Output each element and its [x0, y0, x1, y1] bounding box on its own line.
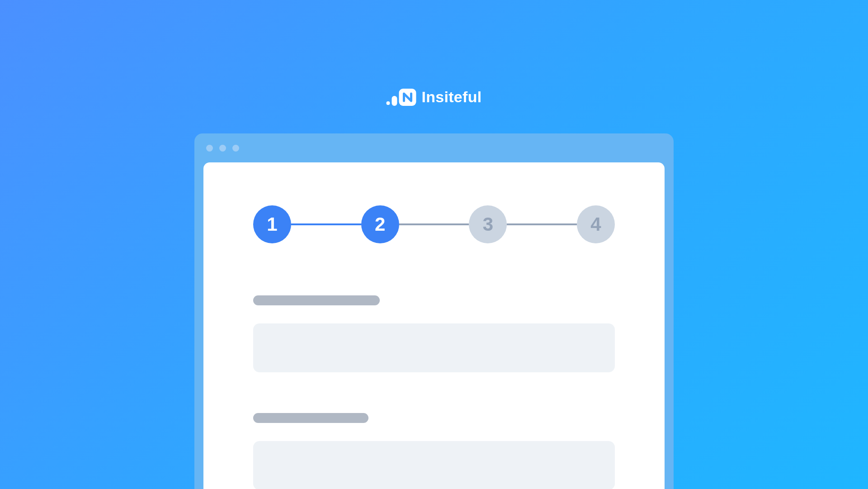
field-label-placeholder [253, 295, 380, 305]
form-field-2 [253, 413, 615, 489]
step-number: 3 [483, 214, 493, 235]
logo-dot-icon [386, 101, 390, 105]
window-minimize-icon[interactable] [219, 145, 226, 152]
step-4[interactable]: 4 [577, 205, 615, 243]
logo-n-icon [399, 89, 416, 106]
step-number: 2 [375, 214, 385, 235]
progress-stepper: 1 2 3 4 [253, 205, 615, 243]
field-label-placeholder [253, 413, 368, 423]
text-input[interactable] [253, 323, 615, 372]
step-number: 1 [267, 214, 277, 235]
logo-mark [386, 89, 416, 106]
step-1[interactable]: 1 [253, 205, 291, 243]
step-connector [507, 223, 577, 225]
window-maximize-icon[interactable] [232, 145, 239, 152]
logo-bar-icon [392, 96, 397, 106]
text-input[interactable] [253, 441, 615, 489]
window-close-icon[interactable] [206, 145, 213, 152]
page-content: 1 2 3 4 [203, 162, 665, 489]
step-number: 4 [590, 214, 601, 235]
step-connector [291, 223, 361, 225]
brand-name: Insiteful [421, 88, 481, 106]
browser-titlebar [194, 133, 674, 162]
step-3[interactable]: 3 [469, 205, 507, 243]
brand-logo: Insiteful [386, 88, 481, 106]
step-connector [399, 223, 469, 225]
step-2[interactable]: 2 [361, 205, 399, 243]
browser-window: 1 2 3 4 [194, 133, 674, 489]
form-field-1 [253, 295, 615, 372]
